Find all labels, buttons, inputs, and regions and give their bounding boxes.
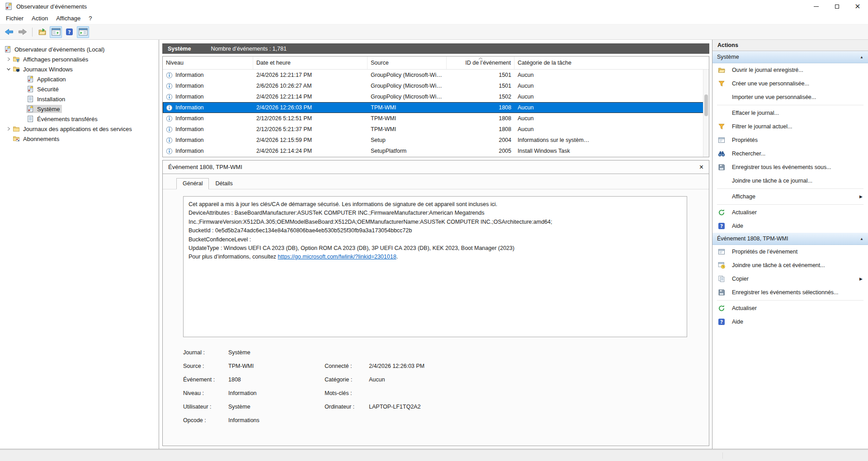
action-open-saved-log[interactable]: Ouvrir le journal enregistré... <box>712 63 868 77</box>
console-tree: Observateur d’événements (Local) Afficha… <box>0 40 159 449</box>
field-row: Source : TPM-WMI Connecté : 2/4/2026 12:… <box>183 363 687 376</box>
close-button[interactable]: × <box>847 0 868 13</box>
event-row[interactable]: Information 2/4/2026 12:14:24 PM SetupPl… <box>163 146 709 156</box>
tab-general[interactable]: Général <box>176 178 209 189</box>
action-event-properties[interactable]: Propriétés de l’événement <box>712 245 868 259</box>
tree-item-affichages-personnalises[interactable]: Affichages personnalisés <box>0 54 159 64</box>
action-view-submenu[interactable]: Affichage ▶ <box>712 190 868 203</box>
sort-ascending-icon <box>478 56 483 60</box>
event-description[interactable]: Cet appareil a mis à jour les clés/CA de… <box>183 196 687 337</box>
column-header-categorie[interactable]: Catégorie de la tâche <box>514 56 709 69</box>
open-folder-icon <box>718 66 726 74</box>
action-attach-task-to-event[interactable]: Joindre une tâche à cet événement... <box>712 259 868 272</box>
field-label: Connecté : <box>325 363 369 369</box>
chevron-down-icon[interactable] <box>5 67 12 71</box>
event-row[interactable]: Information 2/4/2026 12:15:59 PM Setup 2… <box>163 135 709 146</box>
menu-help[interactable]: ? <box>85 13 96 24</box>
tree-item-abonnements[interactable]: Abonnements <box>0 134 159 144</box>
main-body: Observateur d’événements (Local) Afficha… <box>0 40 868 449</box>
menu-action[interactable]: Action <box>28 13 52 24</box>
action-clear-log[interactable]: Effacer le journal... <box>712 106 868 120</box>
collapse-icon[interactable]: ▲ <box>860 237 863 241</box>
icon-spacer <box>718 94 726 101</box>
tree-item-journaux-applications-services[interactable]: Journaux des applications et des service… <box>0 124 159 134</box>
refresh-icon <box>718 305 726 312</box>
action-copy-submenu[interactable]: Copier ▶ <box>712 272 868 286</box>
actions-section-event[interactable]: Événement 1808, TPM-WMI ▲ <box>712 233 868 245</box>
field-row: Opcode : Informations <box>183 417 687 431</box>
description-line: Cet appareil a mis à jour les clés/CA de… <box>189 200 682 209</box>
actions-section-systeme[interactable]: Système ▲ <box>712 51 868 63</box>
actions-pane: Actions Système ▲ Ouvrir le journal enre… <box>712 40 868 449</box>
floppy-icon <box>718 289 726 296</box>
tab-details[interactable]: Détails <box>209 178 239 189</box>
field-value: Système <box>228 404 325 410</box>
action-refresh[interactable]: Actualiser <box>712 206 868 219</box>
help-button[interactable] <box>63 26 75 38</box>
action-import-custom-view[interactable]: Importer une vue personnalisée... <box>712 90 868 104</box>
results-header: Système Nombre d’événements : 1,781 <box>162 43 709 54</box>
information-icon <box>166 104 173 111</box>
action-refresh-event[interactable]: Actualiser <box>712 301 868 315</box>
funnel-icon <box>718 123 726 130</box>
tree-item-journaux-windows[interactable]: Journaux Windows <box>0 64 159 74</box>
event-row[interactable]: Information 2/12/2026 5:21:37 PM TPM-WMI… <box>163 124 709 135</box>
menu-affichage[interactable]: Affichage <box>52 13 85 24</box>
toggle-console-tree-button[interactable] <box>50 26 62 38</box>
back-button[interactable] <box>3 26 15 38</box>
folder-export-icon <box>38 28 47 36</box>
collapse-icon[interactable]: ▲ <box>860 55 863 59</box>
information-icon <box>166 137 173 144</box>
tree-item-securite[interactable]: Sécurité <box>0 84 159 94</box>
field-value: LAPTOP-LF1TQ2A2 <box>369 404 687 410</box>
action-save-selected-events[interactable]: Enregistrer les événements sélectionnés.… <box>712 286 868 299</box>
action-save-all-events[interactable]: Enregistrer tous les événements sous... <box>712 160 868 174</box>
submenu-arrow-icon: ▶ <box>859 194 863 199</box>
titlebar: Observateur d’événements × <box>0 0 868 13</box>
menu-fichier[interactable]: Fichier <box>2 13 28 24</box>
tree-item-evenements-transferes[interactable]: Événements transférés <box>0 114 159 124</box>
help-icon <box>66 28 73 36</box>
actions-title: Actions <box>712 40 868 51</box>
action-filter-current-log[interactable]: Filtrer le journal actuel... <box>712 120 868 133</box>
forward-button[interactable] <box>16 26 28 38</box>
floppy-icon <box>718 164 726 171</box>
column-header-niveau[interactable]: Niveau <box>163 56 253 69</box>
chevron-right-icon[interactable] <box>5 57 12 61</box>
scrollbar-thumb[interactable] <box>704 94 708 116</box>
toggle-action-pane-button[interactable] <box>77 26 89 38</box>
column-header-date[interactable]: Date et heure <box>253 56 368 69</box>
field-label: Catégorie : <box>325 376 369 383</box>
action-attach-task-to-log[interactable]: Joindre une tâche à ce journal... <box>712 174 868 188</box>
vertical-scrollbar[interactable] <box>703 70 709 157</box>
taskbar-divider <box>722 452 723 459</box>
tree-item-root[interactable]: Observateur d’événements (Local) <box>0 44 159 54</box>
column-header-source[interactable]: Source <box>368 56 447 69</box>
chevron-right-icon[interactable] <box>5 127 12 131</box>
tree-item-systeme[interactable]: Système <box>0 104 159 114</box>
action-find[interactable]: Rechercher... <box>712 147 868 160</box>
event-row[interactable]: Information 2/12/2026 5:12:51 PM TPM-WMI… <box>163 113 709 124</box>
close-preview-icon[interactable]: × <box>699 164 703 171</box>
event-list: Niveau Date et heure Source ID de l’évén… <box>162 56 709 157</box>
open-saved-log-button[interactable] <box>36 26 48 38</box>
action-properties[interactable]: Propriétés <box>712 133 868 147</box>
minimize-button[interactable] <box>806 0 826 13</box>
event-row[interactable]: Information 2/6/2026 10:26:27 AM GroupPo… <box>163 80 709 91</box>
folder-monitor-icon <box>13 66 20 73</box>
tree-item-installation[interactable]: Installation <box>0 94 159 104</box>
event-row-selected[interactable]: Information 2/4/2026 12:26:03 PM TPM-WMI… <box>163 102 709 113</box>
action-help[interactable]: Aide <box>712 219 868 233</box>
tab-general-content: Cet appareil a mis à jour les clés/CA de… <box>163 189 709 446</box>
event-row[interactable]: Information 2/4/2026 12:21:17 PM GroupPo… <box>163 70 709 80</box>
more-info-link[interactable]: https://go.microsoft.com/fwlink/?linkid=… <box>278 254 396 260</box>
action-help-event[interactable]: Aide <box>712 315 868 329</box>
detail-tabs: Général Détails <box>163 174 709 189</box>
restore-button[interactable] <box>826 0 847 13</box>
event-row[interactable]: Information 2/4/2026 12:21:14 PM GroupPo… <box>163 91 709 102</box>
column-header-id[interactable]: ID de l’événement <box>447 56 514 69</box>
tree-item-application[interactable]: Application <box>0 74 159 84</box>
field-label: Opcode : <box>183 417 228 423</box>
action-create-custom-view[interactable]: Créer une vue personnalisée... <box>712 77 868 90</box>
log-icon <box>27 115 34 122</box>
